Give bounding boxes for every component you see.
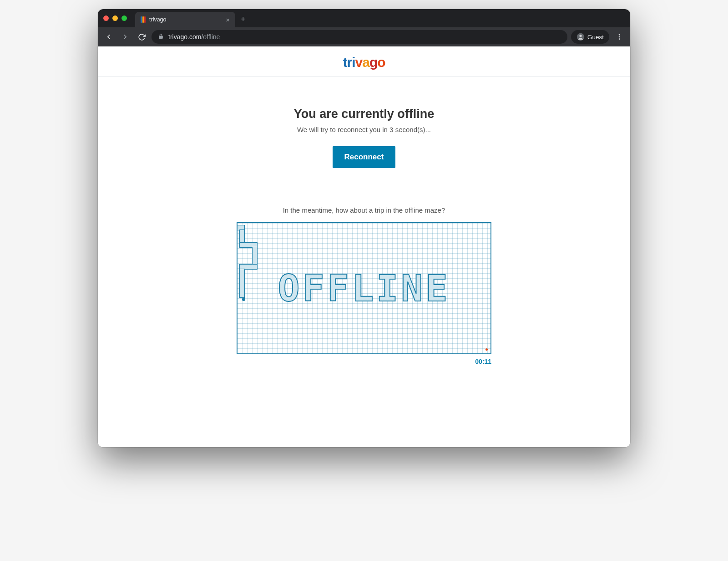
maze-word: OFFLINE: [278, 267, 450, 310]
maximize-window-icon[interactable]: [121, 15, 127, 21]
tab-title: trivago: [149, 16, 222, 23]
url-text: trivago.com/offline: [168, 33, 220, 41]
url-path: /offline: [201, 33, 220, 41]
menu-button[interactable]: [613, 31, 626, 43]
offline-subtext: We will try to reconnect you in 3 second…: [297, 126, 431, 133]
back-button[interactable]: [102, 31, 115, 43]
svg-point-2: [619, 34, 620, 36]
profile-label: Guest: [587, 34, 604, 41]
close-window-icon[interactable]: [103, 15, 109, 21]
page-content: trivago You are currently offline We wil…: [98, 46, 630, 447]
maze-timer: 00:11: [237, 358, 491, 365]
address-bar[interactable]: trivago.com/offline: [152, 30, 567, 44]
window-titlebar: trivago × +: [98, 9, 630, 27]
close-tab-icon[interactable]: ×: [226, 16, 230, 23]
profile-button[interactable]: Guest: [571, 30, 609, 44]
browser-window: trivago × + trivago.com/offline Guest: [98, 9, 630, 447]
maze-goal-dot: [485, 348, 488, 351]
maze-game[interactable]: OFFLINE: [237, 222, 491, 354]
browser-toolbar: trivago.com/offline Guest: [98, 27, 630, 46]
offline-content: You are currently offline We will try to…: [98, 77, 630, 365]
brand-header: trivago: [98, 46, 630, 77]
maze-caption: In the meantime, how about a trip in the…: [283, 206, 445, 214]
url-domain: trivago.com: [168, 33, 201, 41]
maze-section: In the meantime, how about a trip in the…: [237, 206, 491, 365]
person-icon: [576, 33, 585, 41]
offline-headline: You are currently offline: [294, 107, 435, 121]
trivago-logo[interactable]: trivago: [343, 55, 385, 70]
reconnect-button[interactable]: Reconnect: [333, 146, 396, 168]
svg-point-3: [619, 36, 620, 38]
new-tab-button[interactable]: +: [241, 15, 246, 24]
forward-button[interactable]: [119, 31, 131, 43]
minimize-window-icon[interactable]: [112, 15, 118, 21]
window-controls: [103, 15, 127, 21]
favicon-icon: [141, 16, 146, 23]
svg-point-4: [619, 38, 620, 40]
maze-player-dot: [242, 298, 245, 301]
reload-button[interactable]: [135, 31, 148, 43]
svg-point-1: [579, 35, 581, 37]
lock-icon: [158, 33, 164, 41]
browser-tab[interactable]: trivago ×: [135, 12, 235, 27]
